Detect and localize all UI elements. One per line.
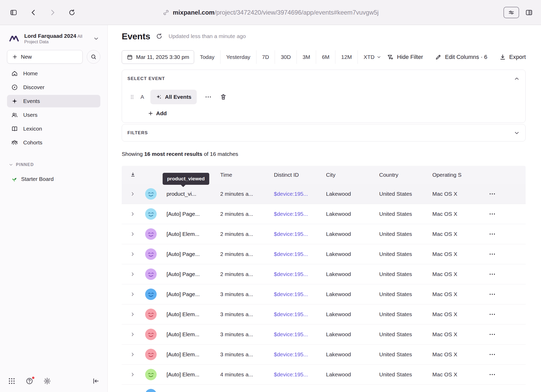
row-expand-chevron-icon[interactable] — [130, 311, 136, 317]
edit-columns-button[interactable]: Edit Columns · 6 — [435, 54, 487, 60]
trash-icon[interactable] — [220, 93, 227, 101]
table-row[interactable]: product_vi... 2 minutes a... $device:195… — [122, 184, 526, 204]
row-expand-chevron-icon[interactable] — [130, 271, 136, 277]
distinct-id-link[interactable]: $device:195... — [273, 291, 325, 297]
hide-filter-button[interactable]: Hide Filter — [387, 54, 423, 60]
sidebar-item-label: Discover — [23, 84, 45, 90]
search-button[interactable] — [87, 50, 100, 64]
event-options-icon[interactable] — [205, 93, 212, 101]
sidebar-item-lexicon[interactable]: Lexicon — [7, 123, 100, 135]
back-icon[interactable] — [28, 7, 39, 18]
column-header-os[interactable]: Operating S — [432, 172, 484, 178]
row-menu-icon[interactable] — [489, 250, 496, 258]
chevron-up-icon[interactable] — [514, 76, 520, 82]
sidebar-item-cohorts[interactable]: Cohorts — [7, 136, 100, 149]
url-path: /project/3472420/view/3974696/app/events… — [214, 9, 379, 16]
range-group: TodayYesterday7D30D3M6M12M XTD — [194, 50, 387, 64]
pinned-section-toggle[interactable]: PINNED — [7, 162, 100, 167]
distinct-id-link[interactable]: $device:195... — [273, 251, 325, 257]
range-6m[interactable]: 6M — [316, 50, 335, 64]
row-menu-icon[interactable] — [489, 371, 496, 378]
date-picker-button[interactable]: Mar 11, 2025 3:30 pm — [122, 50, 194, 64]
row-expand-chevron-icon[interactable] — [130, 191, 136, 197]
row-expand-chevron-icon[interactable] — [130, 291, 136, 297]
table-row[interactable]: [Auto] Page... 2 minutes a... $device:19… — [122, 204, 526, 224]
collapse-all-rows-icon[interactable] — [130, 172, 136, 178]
row-expand-chevron-icon[interactable] — [130, 211, 136, 217]
drag-handle-icon[interactable] — [129, 94, 135, 100]
split-view-icon[interactable] — [523, 7, 535, 18]
collapse-sidebar-icon[interactable] — [92, 377, 100, 385]
column-header-city[interactable]: City — [325, 172, 379, 178]
row-menu-icon[interactable] — [489, 291, 496, 298]
range-30d[interactable]: 30D — [275, 50, 297, 64]
sidebar-item-users[interactable]: Users — [7, 109, 100, 121]
row-menu-icon[interactable] — [489, 230, 496, 238]
event-selector-button[interactable]: All Events — [150, 90, 197, 104]
users-icon — [11, 112, 18, 118]
add-event-button[interactable]: Add — [148, 110, 167, 117]
row-menu-icon[interactable] — [489, 351, 496, 358]
column-header-distinct-id[interactable]: Distinct ID — [273, 172, 325, 178]
row-expand-chevron-icon[interactable] — [130, 352, 136, 357]
table-row[interactable]: [Auto] Page... 3 minutes a... $device:19… — [122, 284, 526, 304]
table-row[interactable]: [Auto] Elem... 2 minutes a... $device:19… — [122, 224, 526, 244]
chevron-down-icon[interactable] — [514, 130, 520, 136]
filters-panel[interactable]: FILTERS — [122, 124, 526, 142]
project-switcher[interactable]: Lord Farquaad 2024 All Project Data — [7, 31, 100, 46]
sidebar-item-events[interactable]: Events — [7, 95, 100, 107]
reload-icon[interactable] — [66, 7, 78, 18]
range-xtd[interactable]: XTD — [358, 50, 387, 64]
range-7d[interactable]: 7D — [256, 50, 275, 64]
address-bar[interactable]: mixpanel.com/project/3472420/view/397469… — [162, 9, 379, 16]
row-menu-icon[interactable] — [489, 190, 496, 198]
row-expand-chevron-icon[interactable] — [130, 251, 136, 257]
range-3m[interactable]: 3M — [297, 50, 316, 64]
country-cell: United States — [379, 351, 432, 358]
site-settings-icon[interactable] — [503, 7, 519, 18]
sidebar-item-discover[interactable]: Discover — [7, 81, 100, 94]
table-row[interactable]: [Auto] Elem... 3 minutes a... $device:19… — [122, 345, 526, 365]
table-row[interactable]: [Auto] Elem... 3 minutes a... $device:19… — [122, 324, 526, 345]
distinct-id-link[interactable]: $device:195... — [273, 351, 325, 358]
row-menu-icon[interactable] — [489, 331, 496, 338]
browser-sidebar-toggle-icon[interactable] — [8, 7, 19, 18]
distinct-id-link[interactable]: $device:195... — [273, 271, 325, 277]
column-header-time[interactable]: Time — [220, 172, 273, 178]
seedling-icon — [11, 176, 17, 182]
row-menu-icon[interactable] — [489, 271, 496, 278]
row-expand-chevron-icon[interactable] — [130, 332, 136, 337]
row-expand-chevron-icon[interactable] — [130, 372, 136, 377]
distinct-id-link[interactable]: $device:195... — [273, 311, 325, 317]
os-cell: Mac OS X — [432, 191, 484, 197]
sidebar-item-starter-board[interactable]: Starter Board — [7, 176, 100, 182]
distinct-id-link[interactable]: $device:195... — [273, 231, 325, 237]
table-row[interactable]: [Auto] Elem... 3 minutes a... $device:19… — [122, 304, 526, 324]
row-menu-icon[interactable] — [489, 311, 496, 318]
distinct-id-link[interactable]: $device:195... — [273, 371, 325, 378]
refresh-icon[interactable] — [156, 33, 163, 40]
table-row[interactable] — [122, 385, 526, 392]
time-cell: 2 minutes a... — [220, 211, 273, 217]
distinct-id-link[interactable]: $device:195... — [273, 191, 325, 197]
distinct-id-link[interactable]: $device:195... — [273, 211, 325, 217]
forward-icon[interactable] — [47, 7, 58, 18]
gear-icon[interactable] — [43, 377, 51, 385]
row-expand-chevron-icon[interactable] — [130, 231, 136, 237]
sidebar-item-home[interactable]: Home — [7, 67, 100, 80]
range-yesterday[interactable]: Yesterday — [220, 50, 256, 64]
export-button[interactable]: Export — [499, 54, 526, 60]
table-row[interactable]: [Auto] Page... 2 minutes a... $device:19… — [122, 244, 526, 264]
range-12m[interactable]: 12M — [335, 50, 358, 64]
row-menu-icon[interactable] — [489, 391, 496, 392]
table-row[interactable]: [Auto] Page... 2 minutes a... $device:19… — [122, 264, 526, 284]
column-header-country[interactable]: Country — [379, 172, 432, 178]
distinct-id-link[interactable]: $device:195... — [273, 331, 325, 338]
new-button[interactable]: New — [7, 50, 83, 64]
range-today[interactable]: Today — [194, 50, 220, 64]
row-menu-icon[interactable] — [489, 210, 496, 218]
help-icon[interactable] — [26, 377, 33, 385]
apps-grid-icon[interactable] — [8, 377, 16, 385]
time-cell: 2 minutes a... — [220, 231, 273, 237]
table-row[interactable]: [Auto] Elem... 4 minutes a... $device:19… — [122, 365, 526, 385]
